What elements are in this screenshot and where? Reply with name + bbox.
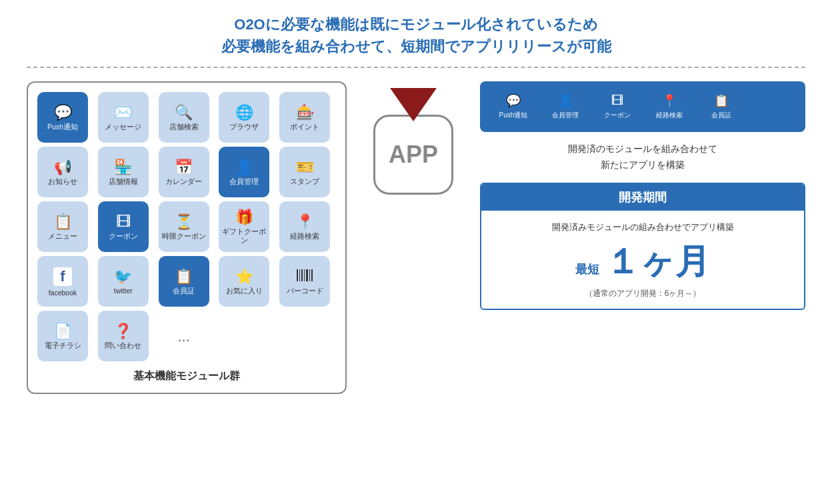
- search-label: 店舗検索: [169, 123, 199, 131]
- member-icon: 👤: [235, 160, 253, 175]
- bar-push-icon: 💬: [506, 93, 521, 108]
- bar-module-member: 👤会員管理: [541, 88, 589, 125]
- module-item-inquiry: ❓問い合わせ: [98, 311, 149, 361]
- bar-coupon-icon: 🎞: [611, 94, 623, 108]
- favorite-icon: ⭐: [235, 269, 253, 284]
- dev-period-header: 開発期間: [481, 184, 804, 211]
- calendar-label: カレンダー: [165, 177, 202, 186]
- push-icon: 💬: [54, 105, 72, 120]
- coupon-icon: 🎞: [116, 215, 131, 229]
- module-item-stamp: 🎫スタンプ: [279, 147, 330, 197]
- module-item-giftcoupon: 🎁ギフトクーポン: [219, 201, 269, 252]
- module-item-search: 🔍店舗検索: [159, 92, 209, 143]
- dev-duration: 最短 １ヶ月: [495, 239, 791, 285]
- module-item-menu: 📋メニュー: [37, 201, 88, 252]
- coupon-label: クーポン: [109, 232, 138, 241]
- bar-membercard-label: 会員証: [711, 111, 731, 120]
- barcode-label: バーコード: [287, 287, 323, 295]
- module-item-favorite: ⭐お気に入り: [219, 256, 269, 307]
- main-title: O2Oに必要な機能は既にモジュール化されているため 必要機能を組み合わせて、短期…: [221, 13, 611, 67]
- membercard-icon: 📋: [175, 269, 193, 284]
- bar-module-push: 💬Push通知: [489, 88, 537, 125]
- dev-period-body: 開発済みモジュールの組み合わせでアプリ構築 最短 １ヶ月 （通常のアプリ開発：6…: [481, 211, 804, 309]
- module-bar: 💬Push通知👤会員管理🎞クーポン📍経路検索📋会員証: [480, 81, 805, 132]
- divider: [27, 67, 805, 68]
- timelimit-icon: ⏳: [175, 215, 193, 229]
- dev-duration-main: １ヶ月: [605, 242, 710, 281]
- inquiry-label: 問い合わせ: [105, 341, 141, 350]
- membercard-label: 会員証: [173, 287, 195, 295]
- point-icon: 🎰: [296, 105, 314, 120]
- barcode-icon: [297, 269, 313, 284]
- bar-module-route: 📍経路検索: [645, 88, 693, 125]
- bar-membercard-icon: 📋: [714, 93, 729, 108]
- calendar-icon: 📅: [175, 160, 193, 175]
- module-item-point: 🎰ポイント: [279, 92, 330, 143]
- bar-member-label: 会員管理: [552, 111, 579, 120]
- dev-duration-label: 最短: [575, 263, 599, 276]
- bar-coupon-label: クーポン: [604, 111, 631, 120]
- module-item-facebook: ffacebook: [37, 256, 88, 307]
- svg-rect-5: [309, 269, 310, 281]
- route-icon: 📍: [296, 215, 314, 229]
- module-item-coupon: 🎞クーポン: [98, 201, 149, 252]
- point-label: ポイント: [290, 123, 319, 131]
- module-item-twitter: 🐦twitter: [98, 256, 149, 307]
- twitter-label: twitter: [114, 287, 133, 295]
- favorite-label: お気に入り: [226, 287, 263, 295]
- timelimit-label: 時限クーポン: [162, 232, 206, 241]
- member-label: 会員管理: [229, 177, 259, 186]
- notice-icon: 📢: [54, 160, 72, 175]
- module-item-route: 📍経路検索: [279, 201, 330, 252]
- bar-module-membercard: 📋会員証: [697, 88, 745, 125]
- menu-icon: 📋: [54, 215, 72, 229]
- module-item-membercard: 📋会員証: [159, 256, 209, 307]
- search-icon: 🔍: [175, 105, 193, 120]
- browser-label: ブラウザ: [229, 123, 259, 131]
- twitter-icon: 🐦: [114, 269, 132, 284]
- browser-icon: 🌐: [235, 105, 253, 120]
- right-panel: 💬Push通知👤会員管理🎞クーポン📍経路検索📋会員証 開発済のモジュールを組み合…: [480, 81, 805, 310]
- inquiry-icon: ❓: [114, 324, 132, 339]
- module-grid: 💬Push通知✉️メッセージ🔍店舗検索🌐ブラウザ🎰ポイント📢お知らせ🏪店舗情報📅…: [37, 92, 336, 361]
- dev-sub-text: 開発済みモジュールの組み合わせでアプリ構築: [495, 221, 791, 233]
- giftcoupon-icon: 🎁: [235, 210, 253, 225]
- message-icon: ✉️: [114, 105, 132, 120]
- module-item-timelimit: ⏳時限クーポン: [159, 201, 209, 252]
- module-item-notice: 📢お知らせ: [37, 147, 88, 197]
- flyer-icon: 📄: [54, 324, 72, 339]
- bar-route-label: 経路検索: [656, 111, 683, 120]
- facebook-icon: f: [53, 267, 72, 286]
- module-item-message: ✉️メッセージ: [98, 92, 149, 143]
- store-icon: 🏪: [114, 160, 132, 175]
- svg-rect-1: [299, 269, 300, 281]
- left-panel: 💬Push通知✉️メッセージ🔍店舗検索🌐ブラウザ🎰ポイント📢お知らせ🏪店舗情報📅…: [27, 81, 347, 394]
- giftcoupon-label: ギフトクーポン: [221, 227, 267, 244]
- module-item-barcode: バーコード: [279, 256, 330, 307]
- bar-module-coupon: 🎞クーポン: [593, 88, 641, 125]
- bar-member-icon: 👤: [558, 93, 573, 108]
- message-label: メッセージ: [105, 123, 141, 131]
- dev-period-box: 開発期間 開発済みモジュールの組み合わせでアプリ構築 最短 １ヶ月 （通常のアプ…: [480, 183, 805, 310]
- bar-route-icon: 📍: [662, 93, 677, 108]
- module-item-more: ...: [159, 311, 209, 361]
- store-label: 店舗情報: [109, 177, 138, 186]
- facebook-label: facebook: [49, 289, 77, 297]
- svg-rect-4: [306, 269, 308, 281]
- module-description: 開発済のモジュールを組み合わせて 新たにアプリを構築: [480, 141, 805, 173]
- svg-rect-3: [304, 269, 305, 281]
- module-item-browser: 🌐ブラウザ: [219, 92, 269, 143]
- stamp-label: スタンプ: [290, 177, 319, 186]
- middle-area: APP: [367, 81, 460, 195]
- arrow-icon: [390, 88, 437, 121]
- module-item-store: 🏪店舗情報: [98, 147, 149, 197]
- module-item-calendar: 📅カレンダー: [159, 147, 209, 197]
- dev-note: （通常のアプリ開発：6ヶ月～）: [495, 288, 791, 299]
- stamp-icon: 🎫: [296, 160, 314, 175]
- bar-push-label: Push通知: [499, 111, 528, 120]
- content-area: 💬Push通知✉️メッセージ🔍店舗検索🌐ブラウザ🎰ポイント📢お知らせ🏪店舗情報📅…: [27, 81, 805, 394]
- flyer-label: 電子チラシ: [45, 341, 81, 350]
- module-item-flyer: 📄電子チラシ: [37, 311, 88, 361]
- svg-rect-2: [301, 269, 303, 281]
- menu-label: メニュー: [48, 232, 77, 241]
